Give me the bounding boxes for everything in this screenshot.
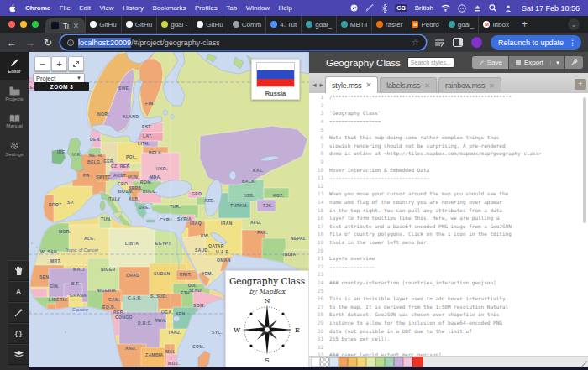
tool-layers[interactable] (8, 344, 29, 365)
bookmark-star-icon[interactable]: ☆ (412, 38, 419, 47)
search-styles-input[interactable]: Search styles... (407, 57, 454, 68)
tab-githu[interactable]: GitHu (192, 16, 227, 33)
reload-button[interactable]: ↻ (44, 38, 52, 48)
tool-pan[interactable] (8, 260, 29, 281)
tool-labels[interactable]: A (8, 281, 29, 302)
menu-tab[interactable]: Tab (226, 4, 237, 12)
country-label: QATAR (208, 243, 224, 248)
tool-braces[interactable]: { } (8, 323, 29, 344)
line-number: 7 (309, 143, 329, 149)
color-swatch[interactable] (329, 357, 339, 367)
color-swatch[interactable] (375, 357, 385, 367)
menu-window[interactable]: Window (246, 4, 270, 12)
user-switch-icon[interactable] (504, 4, 512, 13)
bluetooth-icon[interactable] (382, 4, 387, 13)
menu-history[interactable]: History (123, 4, 144, 12)
tabs-scroll-left[interactable]: ◂ (311, 81, 318, 89)
chrome-menu-icon[interactable]: ⋮ (567, 39, 578, 47)
relaunch-button[interactable]: Relaunch to update⋮ (491, 35, 581, 50)
wifi-icon[interactable] (441, 4, 450, 12)
color-swatch[interactable] (348, 357, 357, 367)
sidebar-item-projects[interactable]: Projects (0, 80, 29, 107)
color-swatch[interactable] (320, 357, 329, 367)
color-swatch[interactable] (311, 357, 320, 367)
color-swatch[interactable] (357, 357, 366, 367)
style-tab-style.mss[interactable]: style.mss✕ (325, 76, 378, 93)
color-swatch[interactable] (385, 357, 394, 367)
menubar-clock[interactable]: Sat 17 Feb 18:56 (522, 4, 580, 13)
back-button[interactable]: ← (7, 38, 17, 48)
tab-label: gdal - (171, 21, 187, 29)
add-style-button[interactable]: + (575, 79, 586, 90)
url-bar[interactable]: i localhost:20009/#/project/geography-cl… (60, 35, 426, 50)
fullscreen-button[interactable] (68, 56, 84, 71)
style-editor-panel: Geography Class Search styles... Save Ex… (309, 52, 588, 370)
close-tab-icon[interactable]: ✕ (73, 22, 80, 30)
tab-gdal[interactable]: gdal_ (444, 16, 479, 33)
menu-profiles[interactable]: Profiles (195, 4, 218, 12)
minimize-window-button[interactable] (20, 21, 27, 28)
tab-gdal[interactable]: gdal_ (301, 16, 336, 33)
svg-text:E: E (295, 326, 300, 334)
code-text: Hover Interaction & Embedded Data (329, 167, 429, 173)
tool-line[interactable] (8, 302, 29, 323)
check-circle-icon[interactable] (350, 4, 358, 12)
tabs-scroll-right[interactable]: ▸ (318, 81, 326, 89)
site-info-icon[interactable]: i (67, 39, 74, 46)
tab-mbtil[interactable]: MBTil (336, 16, 371, 33)
tab-search-button[interactable]: ⌄ (568, 18, 580, 30)
code-editor[interactable]: 1/**************************************… (309, 93, 588, 358)
side-panel-icon[interactable] (453, 38, 463, 47)
close-window-button[interactable] (8, 21, 15, 28)
tab-gdal[interactable]: gdal - (156, 16, 192, 33)
close-tab-icon[interactable]: ✕ (489, 82, 495, 90)
close-tab-icon[interactable]: ✕ (365, 81, 371, 89)
profile-avatar[interactable] (471, 37, 482, 48)
tab-githu[interactable]: GitHu (85, 16, 120, 33)
country-label: CAM. (108, 297, 120, 302)
country-label: MOR. (59, 229, 71, 234)
style-tab-rainbow.mss[interactable]: rainbow.mss✕ (438, 77, 501, 93)
country-label: AUST. (113, 173, 127, 178)
sidebar-item-editor[interactable]: Editor (0, 52, 29, 80)
tab-comm[interactable]: Comm (228, 16, 266, 33)
close-tab-icon[interactable]: ✕ (424, 82, 430, 90)
tab-4tut[interactable]: 4. Tut (265, 16, 301, 33)
menu-file[interactable]: File (60, 4, 71, 12)
tab-inbox[interactable]: MInbox (478, 16, 513, 33)
spotlight-search-icon[interactable] (489, 4, 496, 12)
input-source-icon[interactable]: GB (395, 4, 407, 12)
style-tab-labels.mss[interactable]: labels.mss✕ (380, 77, 437, 93)
menu-view[interactable]: View (99, 4, 113, 12)
tab-tilemill[interactable]: Ti ✕ (45, 18, 85, 33)
zoom-out-button[interactable]: − (34, 56, 50, 71)
zoom-window-button[interactable] (32, 21, 39, 28)
settings-wrench-button[interactable] (565, 56, 583, 69)
color-swatch[interactable] (394, 357, 403, 367)
tab-pedro[interactable]: BPedro (407, 16, 443, 33)
save-button[interactable]: Save (472, 56, 508, 69)
tab-githu[interactable]: GitHu (121, 16, 156, 33)
eject-icon[interactable] (474, 4, 481, 12)
extension-icon[interactable] (434, 39, 444, 47)
export-button[interactable]: Export▼ (509, 56, 564, 69)
sidebar-item-manual[interactable]: Manual (0, 107, 29, 135)
pen-slash-icon[interactable] (365, 4, 375, 12)
sidebar-item-settings[interactable]: Settings (0, 135, 29, 163)
export-dropdown-chevron[interactable]: ▼ (550, 60, 564, 65)
color-swatch[interactable] (366, 357, 375, 367)
menu-chrome[interactable]: Chrome (25, 4, 50, 12)
menu-edit[interactable]: Edit (79, 4, 91, 12)
color-swatch[interactable] (339, 357, 348, 367)
menu-help[interactable]: Help (279, 4, 292, 12)
color-swatch[interactable] (403, 357, 412, 367)
apple-menu-icon[interactable] (8, 3, 16, 13)
zoom-in-button[interactable]: + (51, 56, 67, 71)
forward-button[interactable]: → (25, 38, 35, 48)
editor-scrollbar[interactable] (583, 97, 586, 223)
menu-bookmarks[interactable]: Bookmarks (153, 4, 186, 12)
new-tab-button[interactable]: + (513, 18, 536, 30)
siri-icon[interactable] (458, 4, 466, 13)
map-canvas[interactable]: Tropic of CancerEquator ICELANDNOR.SWE.F… (29, 52, 309, 370)
tab-raster[interactable]: raster (371, 16, 407, 33)
